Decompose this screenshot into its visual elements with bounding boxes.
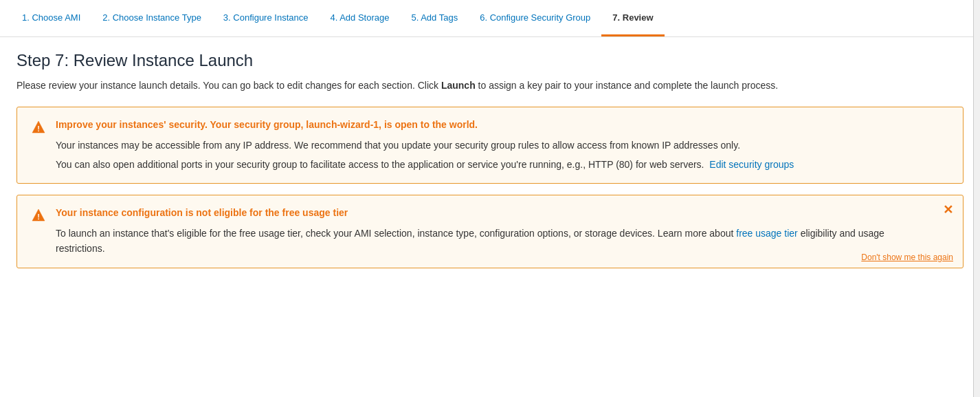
security-alert-content: Improve your instances' security. Your s… [56, 118, 949, 172]
security-alert-body: Your instances may be accessible from an… [56, 138, 949, 173]
dont-show-again-link[interactable]: Don't show me this again [861, 253, 953, 262]
security-alert-title: Improve your instances' security. Your s… [56, 118, 949, 132]
warning-icon: ! [31, 120, 46, 137]
free-tier-alert-box: ! Your instance configuration is not eli… [16, 195, 964, 268]
page-title: Step 7: Review Instance Launch [16, 51, 964, 70]
wizard-step-5[interactable]: 5. Add Tags [400, 0, 469, 36]
main-content: Step 7: Review Instance Launch Please re… [0, 37, 980, 293]
free-tier-alert-title: Your instance configuration is not eligi… [56, 206, 935, 220]
security-alert-line2: You can also open additional ports in yo… [56, 157, 949, 172]
svg-text:!: ! [37, 125, 40, 133]
wizard-step-4[interactable]: 4. Add Storage [319, 0, 400, 36]
wizard-step-2[interactable]: 2. Choose Instance Type [91, 0, 212, 36]
edit-security-groups-link[interactable]: Edit security groups [709, 159, 794, 170]
free-tier-alert-text: To launch an instance that's eligible fo… [56, 226, 935, 257]
wizard-step-3[interactable]: 3. Configure Instance [212, 0, 320, 36]
page-description: Please review your instance launch detai… [16, 78, 964, 93]
free-tier-alert-content: Your instance configuration is not eligi… [56, 206, 935, 256]
warning-icon-2: ! [31, 208, 46, 225]
wizard-step-1[interactable]: 1. Choose AMI [11, 0, 91, 36]
security-alert-box: ! Improve your instances' security. Your… [16, 107, 964, 184]
free-usage-tier-link[interactable]: free usage tier [736, 228, 798, 239]
wizard-step-6[interactable]: 6. Configure Security Group [469, 0, 601, 36]
security-alert-line1: Your instances may be accessible from an… [56, 138, 949, 153]
svg-text:!: ! [37, 213, 40, 221]
scrollbar[interactable] [973, 0, 980, 397]
close-free-tier-alert-button[interactable]: ✕ [943, 204, 953, 216]
wizard-step-7[interactable]: 7. Review [601, 0, 664, 36]
wizard-nav: 1. Choose AMI 2. Choose Instance Type 3.… [0, 0, 980, 37]
free-tier-alert-body: To launch an instance that's eligible fo… [56, 226, 935, 257]
